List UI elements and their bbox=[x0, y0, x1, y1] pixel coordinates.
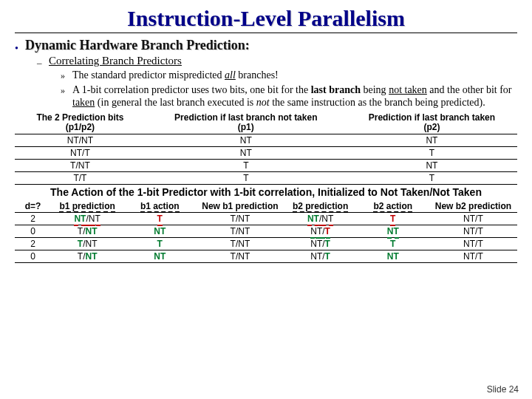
section-heading: • Dynamic Hardware Branch Prediction: bbox=[15, 38, 517, 53]
predictor-action-table: d=? b1 prediction b1 action New b1 predi… bbox=[15, 201, 517, 263]
table-row: NT/TNTT bbox=[15, 146, 517, 159]
col-header: b2 action bbox=[357, 201, 429, 213]
dash-icon: – bbox=[37, 57, 42, 69]
text-bold: last branch bbox=[311, 84, 361, 95]
table-header-row: d=? b1 prediction b1 action New b1 predi… bbox=[15, 201, 517, 213]
table-row: T/NTTNT bbox=[15, 159, 517, 171]
chevron-icon: » bbox=[61, 85, 65, 96]
text-emph: all bbox=[225, 69, 236, 81]
table-row: NT/NTNTNT bbox=[15, 134, 517, 146]
table-row: 2 NT/NT T T/NT NT/NT T NT/T bbox=[15, 213, 517, 225]
text: being bbox=[361, 84, 389, 95]
col-header: d=? bbox=[15, 201, 51, 213]
col-header: b1 action bbox=[123, 201, 196, 213]
text-under: taken bbox=[72, 97, 95, 108]
table-row: T/TTT bbox=[15, 171, 517, 184]
page-title: Instruction-Level Parallelism bbox=[15, 3, 517, 33]
col-header: Prediction if last branch taken(p2) bbox=[347, 112, 517, 134]
table-row: 2 T/NT T T/NT NT/T T NT/T bbox=[15, 238, 517, 250]
slide-number: Slide 24 bbox=[487, 384, 519, 395]
subsection-text: Correlating Branch Predictors bbox=[49, 55, 517, 67]
text: A 1-bit correlation predictor uses two b… bbox=[72, 84, 311, 95]
bullet-point-1: » The standard predictor mispredicted al… bbox=[72, 69, 517, 82]
text: the same instruction as the branch being… bbox=[270, 97, 485, 108]
prediction-bits-table: The 2 Prediction bits(p1/p2) Prediction … bbox=[15, 112, 517, 185]
col-header: Prediction if last branch not taken(p1) bbox=[146, 112, 347, 134]
text: (in general the last branch executed is bbox=[95, 97, 256, 108]
text-under: not taken bbox=[389, 84, 427, 95]
bullet-icon: • bbox=[15, 43, 18, 55]
col-header: The 2 Prediction bits(p1/p2) bbox=[15, 112, 146, 134]
text: The standard predictor mispredicted bbox=[72, 69, 225, 81]
table-header-row: The 2 Prediction bits(p1/p2) Prediction … bbox=[15, 112, 517, 134]
text-ital: not bbox=[256, 97, 270, 108]
text: branches! bbox=[236, 69, 279, 81]
col-header: New b1 prediction bbox=[196, 201, 284, 213]
col-header: b1 prediction bbox=[51, 201, 123, 213]
section-text: Dynamic Hardware Branch Prediction: bbox=[25, 38, 517, 53]
slide: Instruction-Level Parallelism • Dynamic … bbox=[0, 0, 532, 399]
chevron-icon: » bbox=[61, 70, 65, 81]
text: and the other bit for bbox=[427, 84, 512, 95]
subsection-heading: – Correlating Branch Predictors bbox=[15, 55, 517, 67]
col-header: New b2 prediction bbox=[429, 201, 517, 213]
bullet-point-2: » A 1-bit correlation predictor uses two… bbox=[72, 83, 517, 109]
table-caption: The Action of the 1-bit Predictor with 1… bbox=[15, 186, 517, 198]
col-header: b2 prediction bbox=[284, 201, 357, 213]
table-row: 0 T/NT NT T/NT NT/T NT NT/T bbox=[15, 225, 517, 238]
table-row: 0 T/NT NT T/NT NT/T NT NT/T bbox=[15, 250, 517, 263]
